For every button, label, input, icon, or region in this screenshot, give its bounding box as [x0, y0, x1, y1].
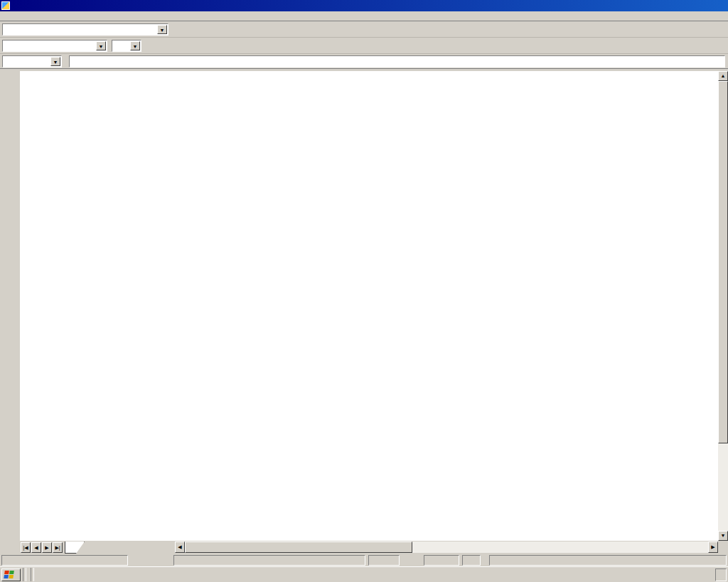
- font-size-combo[interactable]: ▼: [112, 40, 141, 52]
- zoom-field: [368, 555, 400, 566]
- sum-field: [489, 555, 727, 566]
- insert-mode-field: [462, 555, 481, 566]
- font-name-combo[interactable]: ▼: [2, 40, 107, 52]
- start-button[interactable]: [1, 568, 21, 581]
- app-icon: [1, 1, 10, 10]
- taskbar: [0, 566, 728, 582]
- first-sheet-icon[interactable]: |◀: [21, 542, 31, 553]
- scroll-down-icon[interactable]: ▼: [718, 531, 728, 541]
- horizontal-scrollbar[interactable]: ◀ ▶: [175, 541, 718, 553]
- font-name-dropdown-icon[interactable]: ▼: [96, 41, 106, 50]
- system-tray: [715, 568, 727, 581]
- main-toolbar: [0, 69, 20, 541]
- horizontal-scroll-thumb[interactable]: [185, 541, 412, 553]
- spreadsheet-grid: [20, 71, 718, 541]
- name-box-dropdown-icon[interactable]: ▼: [50, 57, 60, 66]
- scroll-left-icon[interactable]: ◀: [175, 541, 185, 553]
- windows-logo-icon: [4, 571, 15, 579]
- sheet-position-field: [1, 555, 128, 566]
- tab-name-field: [173, 555, 365, 566]
- formula-input[interactable]: [69, 55, 725, 68]
- window-titlebar: [0, 0, 728, 11]
- formula-bar: ▼: [0, 54, 728, 69]
- sheet-tab[interactable]: [65, 541, 85, 554]
- font-size-dropdown-icon[interactable]: ▼: [130, 41, 140, 50]
- object-bar: ▼ ▼: [0, 38, 728, 54]
- vertical-scrollbar[interactable]: ▲ ▼: [718, 71, 728, 541]
- menu-bar: [0, 11, 728, 21]
- name-box[interactable]: ▼: [2, 55, 62, 68]
- prev-sheet-icon[interactable]: ◀: [31, 542, 41, 553]
- mode-field: [424, 555, 459, 566]
- scroll-up-icon[interactable]: ▲: [718, 71, 728, 81]
- last-sheet-icon[interactable]: ▶|: [53, 542, 63, 553]
- url-combo[interactable]: ▼: [2, 23, 168, 36]
- scroll-right-icon[interactable]: ▶: [708, 541, 718, 553]
- function-bar: ▼: [0, 21, 728, 38]
- url-dropdown-icon[interactable]: ▼: [157, 25, 167, 34]
- vertical-scroll-thumb[interactable]: [718, 81, 728, 443]
- status-bar: [0, 554, 728, 566]
- next-sheet-icon[interactable]: ▶: [42, 542, 52, 553]
- application-window: ▼ ▼ ▼ ▼ ▲ ▼ |◀: [0, 0, 728, 582]
